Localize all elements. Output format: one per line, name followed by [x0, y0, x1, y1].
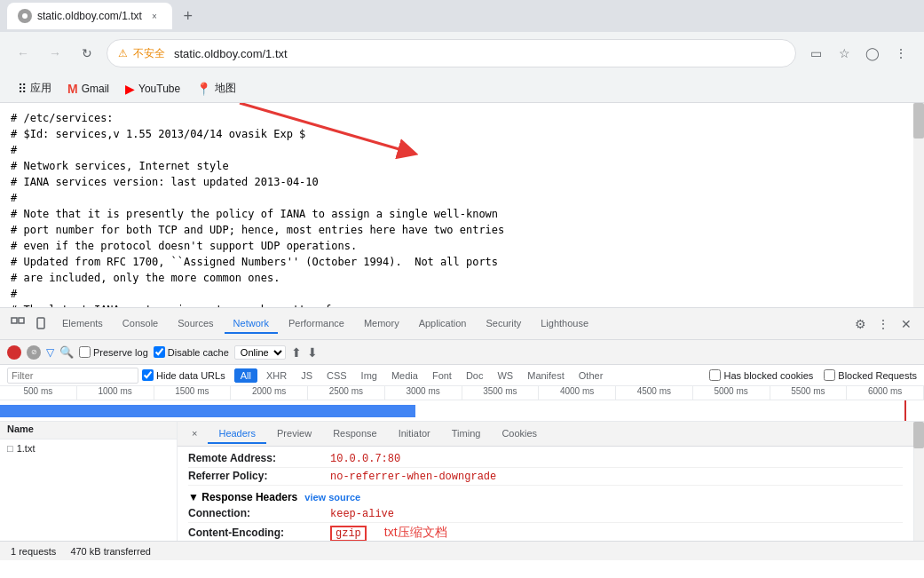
active-tab[interactable]: static.oldboy.com/1.txt ×	[7, 3, 172, 29]
filter-ws-button[interactable]: WS	[492, 369, 518, 382]
browser-window: static.oldboy.com/1.txt × + ← → ↻ ⚠ 不安全 …	[0, 0, 924, 578]
cast-button[interactable]: ▭	[803, 41, 828, 66]
details-scrollbar[interactable]	[913, 422, 924, 541]
remote-address-label: Remote Address:	[188, 452, 330, 464]
import-icon: ⬆	[291, 345, 302, 360]
bookmark-icon: ☆	[839, 46, 850, 60]
devtools-tab-lighthouse[interactable]: Lighthouse	[532, 314, 597, 334]
filter-media-button[interactable]: Media	[386, 369, 423, 382]
tick-2500: 2500 ms	[308, 386, 385, 400]
tick-4000: 4000 ms	[539, 386, 616, 400]
filter-other-button[interactable]: Other	[573, 369, 609, 382]
request-count: 1 requests	[11, 546, 56, 557]
devtools-tab-security[interactable]: Security	[477, 314, 530, 334]
filter-manifest-button[interactable]: Manifest	[522, 369, 570, 382]
details-tabs: × Headers Preview Response Initiator Tim…	[178, 422, 913, 447]
maps-icon: 📍	[196, 82, 211, 96]
back-icon: ←	[17, 46, 29, 60]
filter-img-button[interactable]: Img	[356, 369, 383, 382]
remote-address-value: 10.0.0.7:80	[330, 453, 400, 465]
response-headers-label: ▼ Response Headers	[188, 491, 297, 503]
annotation-text: txt压缩文档	[384, 525, 447, 541]
tab-close-button[interactable]: ×	[147, 9, 162, 23]
devtools-tab-memory[interactable]: Memory	[355, 314, 408, 334]
profile-button[interactable]: ◯	[860, 41, 885, 66]
tick-1000: 1000 ms	[77, 386, 154, 400]
menu-button[interactable]: ⋮	[888, 41, 913, 66]
timeline-scale: 500 ms 1000 ms 1500 ms 2000 ms 2500 ms 3…	[0, 386, 924, 400]
back-button[interactable]: ←	[11, 41, 36, 66]
devtools-more-button[interactable]: ⋮	[873, 313, 894, 335]
devtools-tab-console[interactable]: Console	[114, 314, 167, 334]
file-name: 1.txt	[17, 443, 36, 454]
bookmark-gmail[interactable]: M Gmail	[60, 78, 116, 99]
scrollbar-thumb[interactable]	[913, 103, 924, 139]
refresh-button[interactable]: ↻	[75, 41, 99, 66]
disable-cache-checkbox[interactable]: Disable cache	[154, 346, 229, 358]
filter-all-button[interactable]: All	[234, 368, 257, 383]
devtools-device-button[interactable]	[30, 313, 51, 335]
details-tab-preview[interactable]: Preview	[266, 424, 322, 444]
preserve-log-checkbox[interactable]: Preserve log	[79, 346, 148, 358]
connection-value: keep-alive	[330, 508, 394, 520]
devtools-tab-application[interactable]: Application	[410, 314, 476, 334]
hide-data-urls-checkbox[interactable]: Hide data URLs	[142, 369, 225, 381]
bookmark-apps[interactable]: ⠿ 应用	[11, 77, 59, 99]
svg-point-1	[22, 13, 28, 19]
details-close-button[interactable]: ×	[181, 424, 208, 444]
devtools-close-button[interactable]: ✕	[896, 313, 917, 335]
address-text: static.oldboy.com/1.txt	[174, 47, 288, 60]
bookmark-button[interactable]: ☆	[832, 41, 857, 66]
bookmark-youtube-label: YouTube	[138, 83, 180, 95]
blocked-requests-checkbox[interactable]: Blocked Requests	[824, 369, 917, 381]
details-tab-cookies[interactable]: Cookies	[491, 424, 548, 444]
scrollbar[interactable]	[913, 103, 924, 307]
tick-1500: 1500 ms	[154, 386, 232, 400]
new-tab-button[interactable]: +	[176, 4, 201, 28]
filter-bar: Hide data URLs All XHR JS CSS Img Media …	[0, 365, 924, 386]
details-tab-timing[interactable]: Timing	[441, 424, 492, 444]
filter-font-button[interactable]: Font	[427, 369, 457, 382]
details-tab-headers[interactable]: Headers	[208, 424, 266, 444]
address-input[interactable]: ⚠ 不安全 static.oldboy.com/1.txt	[107, 39, 796, 67]
view-source-button[interactable]: view source	[304, 492, 360, 503]
details-tab-initiator[interactable]: Initiator	[388, 424, 441, 444]
bookmark-maps-label: 地图	[215, 81, 236, 96]
details-scrollbar-thumb[interactable]	[913, 422, 924, 448]
name-panel: Name □ 1.txt	[0, 422, 178, 541]
details-tab-response[interactable]: Response	[322, 424, 388, 444]
devtools-tab-performance[interactable]: Performance	[280, 314, 353, 334]
devtools-panel: Elements Console Sources Network Perform…	[0, 307, 924, 560]
stop-button[interactable]: ⊘	[27, 345, 41, 360]
referrer-policy-value: no-referrer-when-downgrade	[330, 471, 496, 483]
bookmark-apps-label: 应用	[30, 81, 51, 96]
address-bar-actions: ▭ ☆ ◯ ⋮	[803, 41, 913, 66]
bookmark-maps[interactable]: 📍 地图	[189, 77, 243, 99]
filter-js-button[interactable]: JS	[296, 369, 318, 382]
devtools-inspect-button[interactable]	[7, 313, 28, 335]
filter-xhr-button[interactable]: XHR	[261, 369, 292, 382]
has-blocked-cookies-checkbox[interactable]: Has blocked cookies	[709, 369, 813, 381]
forward-button[interactable]: →	[43, 41, 67, 66]
tab-bar: static.oldboy.com/1.txt × +	[0, 0, 924, 32]
record-button[interactable]	[7, 345, 21, 360]
refresh-icon: ↻	[82, 46, 92, 60]
tick-500: 500 ms	[0, 386, 77, 400]
referrer-policy-row: Referrer Policy: no-referrer-when-downgr…	[188, 468, 903, 486]
devtools-tab-elements[interactable]: Elements	[53, 314, 112, 334]
connection-row: Connection: keep-alive	[188, 505, 903, 523]
devtools-tab-sources[interactable]: Sources	[169, 314, 222, 334]
tick-2000: 2000 ms	[231, 386, 308, 400]
devtools-settings-button[interactable]: ⚙	[849, 313, 871, 335]
filter-doc-button[interactable]: Doc	[461, 369, 489, 382]
bookmarks-bar: ⠿ 应用 M Gmail ▶ YouTube 📍 地图	[0, 75, 924, 103]
throttling-select[interactable]: Online	[234, 345, 286, 360]
filter-css-button[interactable]: CSS	[321, 369, 352, 382]
tick-5000: 5000 ms	[693, 386, 770, 400]
response-headers-section: ▼ Response Headers view source	[188, 489, 903, 505]
bookmark-youtube[interactable]: ▶ YouTube	[118, 78, 187, 99]
devtools-tab-network[interactable]: Network	[225, 314, 278, 334]
filter-input[interactable]	[7, 368, 138, 384]
timeline: 500 ms 1000 ms 1500 ms 2000 ms 2500 ms 3…	[0, 386, 924, 422]
file-row-1txt[interactable]: □ 1.txt	[0, 439, 177, 457]
